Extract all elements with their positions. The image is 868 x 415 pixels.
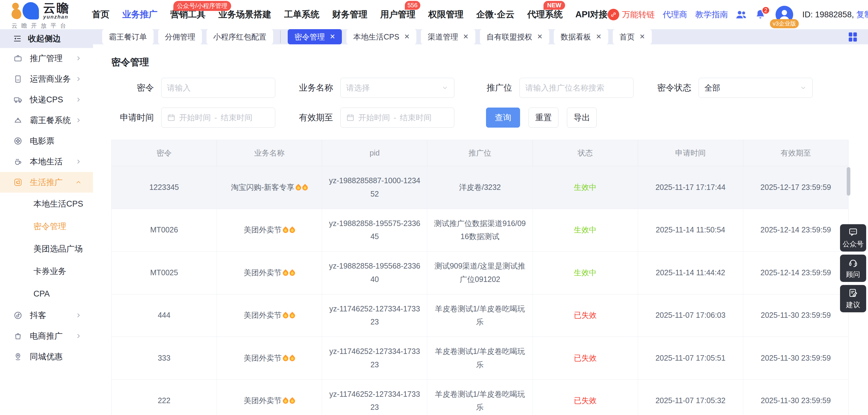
sidebar-item[interactable]: 本地生活	[0, 151, 93, 172]
layout-grid-icon[interactable]	[847, 31, 859, 43]
tab-close-icon[interactable]: ✕	[596, 33, 601, 41]
user-avatar[interactable]: v3企业版	[776, 6, 793, 24]
chevron-right-icon	[75, 75, 82, 83]
sidebar-item[interactable]: 霸王餐系统	[0, 110, 93, 131]
business-name: 美团外卖节	[244, 268, 282, 277]
nav-item[interactable]: 企微·企云	[476, 0, 515, 29]
edit-note-icon	[848, 288, 858, 298]
floater-label: 公众号	[843, 239, 864, 249]
business-select[interactable]: 请选择	[340, 78, 454, 98]
tab[interactable]: 首页✕	[613, 29, 652, 44]
tab-close-icon[interactable]: ✕	[640, 33, 645, 41]
expire-time-range[interactable]: 开始时间-结束时间	[340, 108, 454, 128]
guide-link[interactable]: 教学指南	[695, 9, 728, 20]
cell-applied: 2025-11-07 17:05:32	[638, 379, 743, 415]
nav-item[interactable]: 用户管理556	[380, 0, 415, 29]
tab-close-icon[interactable]: ✕	[330, 33, 335, 41]
nav-item[interactable]: 营销工具公众号/小程序管理	[170, 0, 206, 29]
sidebar-subitem[interactable]: 本地生活CPS	[0, 193, 93, 215]
secret-input[interactable]: 请输入	[161, 78, 275, 98]
brand-logo[interactable]: 云瞻 yunzhan 云瞻开放平台	[0, 0, 76, 30]
tab-close-icon[interactable]: ✕	[537, 33, 542, 41]
table-row[interactable]: MT0026美团外卖节yz-19882858-195575-233645测试推广…	[112, 209, 848, 251]
notifications-bell[interactable]: 2	[754, 8, 767, 21]
pinned-tab[interactable]: 霸王餐订单	[102, 29, 154, 44]
nav-item[interactable]: 业务推广	[122, 0, 158, 29]
sidebar-subitem[interactable]: 卡券业务	[0, 260, 93, 282]
table-row[interactable]: MT0025美团外卖节yz-19882858-195568-233640测试90…	[112, 251, 848, 295]
position-input[interactable]: 请输入推广位名称搜索	[520, 78, 633, 98]
tab[interactable]: 密令管理✕	[288, 29, 342, 44]
sidebar-item[interactable]: 同城优惠	[0, 346, 93, 367]
nav-item[interactable]: 首页	[92, 0, 110, 29]
export-button[interactable]: 导出	[567, 108, 597, 128]
table-row[interactable]: 1223345淘宝闪购-新客专享yz-1988285887-1000-12345…	[112, 166, 848, 209]
brand-subtitle: yunzhan	[43, 14, 70, 20]
tab-close-icon[interactable]: ✕	[463, 33, 468, 41]
sidebar-item-label: 生活推广	[30, 177, 63, 188]
position-filter: 推广位请输入推广位名称搜索	[470, 78, 633, 98]
copy-id-button[interactable]: 复制	[856, 10, 868, 19]
suggestion-button[interactable]: 建议	[840, 285, 866, 312]
tab[interactable]: 数据看板✕	[554, 29, 608, 44]
cell-applied: 2025-11-14 11:44:42	[638, 251, 743, 295]
column-header-business: 业务名称	[217, 140, 322, 166]
nav-item[interactable]: 权限管理	[428, 0, 464, 29]
nav-item-label: 业务推广	[122, 8, 158, 21]
status-select[interactable]: 全部	[699, 78, 813, 98]
sidebar-subitem[interactable]: CPA	[0, 282, 93, 305]
nav-item[interactable]: 代理系统NEW	[527, 0, 563, 29]
sidebar-item[interactable]: 生活推广	[0, 172, 93, 193]
sidebar-item[interactable]: 电商推广	[0, 326, 93, 346]
status-badge: 生效中	[532, 251, 638, 295]
collapse-icon	[13, 34, 22, 43]
apply-time-range[interactable]: 开始时间-结束时间	[161, 108, 275, 128]
table-row[interactable]: 333美团外卖节yz-11746252-127334-173323羊皮卷测试1/…	[112, 337, 848, 380]
notification-count-badge: 2	[762, 6, 770, 14]
sidebar-item[interactable]: 抖客	[0, 305, 93, 326]
pinned-tab[interactable]: 小程序红包配置	[207, 29, 273, 44]
contacts-icon[interactable]	[735, 8, 748, 21]
tab[interactable]: 自有联盟授权✕	[480, 29, 549, 44]
official-account-button[interactable]: 公众号	[840, 224, 866, 251]
status-badge: 生效中	[532, 209, 638, 251]
sidebar-item[interactable]: 运营商业务	[0, 69, 93, 89]
nav-item[interactable]: 工单系统	[284, 0, 319, 29]
table-row[interactable]: 222美团外卖节yz-11746252-127334-173323羊皮卷测试1/…	[112, 379, 848, 415]
flame-icon	[301, 184, 309, 192]
cell-position: 羊皮卷测试1/羊皮卷吃喝玩乐	[427, 337, 532, 380]
cell-pid: yz-19882858-195575-233645	[322, 209, 427, 251]
reset-button[interactable]: 重置	[529, 108, 558, 128]
chevron-right-icon	[75, 158, 82, 165]
filter-label: 密令状态	[649, 82, 691, 94]
sidebar-item[interactable]: 快递CPS	[0, 89, 93, 110]
input-placeholder: 请输入推广位名称搜索	[525, 83, 604, 93]
tab-close-icon[interactable]: ✕	[404, 33, 410, 41]
nav-item[interactable]: API对接	[576, 0, 608, 29]
pinned-tab[interactable]: 分佣管理	[158, 29, 202, 44]
tab[interactable]: 本地生活CPS✕	[346, 29, 416, 44]
collapse-sidebar-button[interactable]: 收起侧边	[0, 29, 93, 48]
query-button[interactable]: 查询	[486, 108, 520, 128]
nav-item-label: 财务管理	[332, 8, 367, 21]
agent-link[interactable]: 代理商	[663, 9, 687, 20]
headset-icon	[848, 257, 858, 268]
nav-item[interactable]: 财务管理	[332, 0, 367, 29]
business-name: 美团外卖节	[244, 311, 282, 319]
table-row[interactable]: 444美团外卖节yz-11746252-127334-173323羊皮卷测试1/…	[112, 294, 848, 337]
filter-row-1: 密令请输入业务名称请选择推广位请输入推广位名称搜索密令状态全部	[111, 78, 848, 98]
sidebar-item-label: 运营商业务	[30, 73, 71, 84]
sidebar-item[interactable]: 电影票	[0, 131, 93, 151]
scrollbar-thumb[interactable]	[847, 167, 850, 196]
sidebar-item[interactable]: 推广管理	[0, 48, 93, 69]
sidebar-subitem[interactable]: 密令管理	[0, 215, 93, 238]
universal-link-link[interactable]: 万能转链	[608, 9, 655, 20]
tabbar: 霸王餐订单分佣管理小程序红包配置密令管理✕本地生活CPS✕渠道管理✕自有联盟授权…	[93, 29, 868, 44]
sidebar-subitem[interactable]: 美团选品广场	[0, 238, 93, 260]
advisor-button[interactable]: 顾问	[840, 254, 866, 282]
main-area: 霸王餐订单分佣管理小程序红包配置密令管理✕本地生活CPS✕渠道管理✕自有联盟授权…	[93, 29, 868, 415]
quick-link-label: 代理商	[663, 9, 687, 20]
nav-item-label: 权限管理	[428, 8, 464, 21]
tab[interactable]: 渠道管理✕	[421, 29, 475, 44]
cell-pid: yz-11746252-127334-173323	[322, 294, 427, 337]
